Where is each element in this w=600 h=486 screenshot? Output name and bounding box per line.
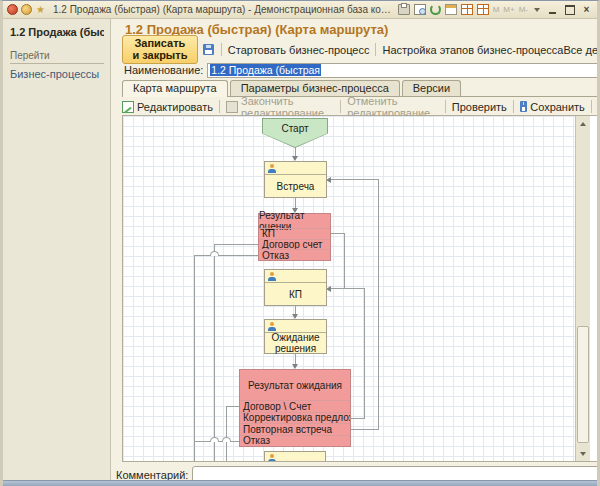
toolbar-overflow-icon[interactable] [534, 8, 540, 12]
edit-toolbar: Редактировать Закончить редактирование О… [122, 97, 600, 114]
triangle-down-icon [580, 452, 586, 456]
memory-plus-icon[interactable]: М+ [503, 5, 514, 14]
table-icon[interactable] [477, 4, 489, 15]
line-hop [222, 437, 231, 442]
tab-route-map[interactable]: Карта маршрута [122, 80, 228, 97]
save-map-icon [520, 101, 527, 112]
flow-node-wait-result[interactable]: Результат ожидания Договор \ Счет Коррек… [239, 369, 351, 447]
finish-edit-icon [226, 101, 238, 113]
main-panel: 1.2 Продажа (быстрая) (Карта маршрута) З… [111, 19, 600, 481]
toolbar-separator [591, 100, 592, 113]
memory-icon[interactable]: М [493, 5, 500, 14]
connector-line [331, 233, 345, 234]
refresh-icon[interactable] [430, 4, 441, 15]
scrollbar-thumb[interactable] [577, 326, 589, 443]
connector-line [226, 406, 240, 407]
memory-minus-icon[interactable]: М- [519, 5, 528, 14]
route-map-canvas[interactable]: Старт Встреча Результат оценки КП Догово… [123, 116, 575, 461]
person-icon [268, 454, 276, 461]
connector-line [295, 306, 296, 314]
all-actions-button[interactable]: Все действия [564, 44, 600, 56]
connector-line [331, 288, 365, 289]
flow-branch-repeat-meeting[interactable]: Повторная встреча [240, 423, 350, 435]
flow-branch-adjust-offer[interactable]: Корректировка предложения [240, 412, 350, 424]
main-toolbar: Записать и закрыть Стартовать бизнес-про… [122, 39, 600, 60]
person-icon [268, 164, 276, 173]
toolbar-separator [445, 100, 446, 113]
connector-line [194, 255, 258, 256]
flow-branch-refusal-2[interactable]: Отказ [240, 435, 350, 447]
person-icon [268, 322, 276, 331]
favorites-star-icon[interactable]: ★ [36, 4, 45, 15]
save-button[interactable] [202, 42, 215, 57]
name-input-selected-text: 1.2 Продажа (быстрая [210, 64, 321, 76]
name-field-label: Наименование: [124, 64, 203, 76]
connector-line [331, 179, 379, 180]
print-icon[interactable] [398, 4, 410, 15]
window-title: 1.2 Продажа (быстрая) (Карта маршрута) -… [53, 4, 394, 15]
app-window: ★ 1.2 Продажа (быстрая) (Карта маршрута)… [0, 0, 600, 486]
calendar-icon[interactable] [445, 4, 457, 15]
connector-line [378, 179, 379, 430]
sidebar: 1.2 Продажа (быстра... Перейти Бизнес-пр… [3, 19, 111, 481]
toolbar-separator [219, 100, 220, 113]
route-map-panel: Старт Встреча Результат оценки КП Догово… [122, 115, 600, 462]
finish-edit-button[interactable]: Закончить редактирование [241, 95, 334, 119]
triangle-up-icon [580, 122, 586, 126]
edit-icon [122, 101, 134, 113]
toolbar-separator [375, 43, 376, 56]
flow-node-clipped[interactable] [264, 451, 326, 461]
toolbar-separator [221, 43, 222, 56]
flow-node-kp[interactable]: КП [264, 269, 327, 306]
floppy-icon [203, 44, 214, 55]
flow-node-eval-result-title: Результат оценки [259, 214, 330, 228]
flow-branch-contract[interactable]: Договор \ Счет [240, 400, 350, 412]
start-process-button[interactable]: Стартовать бизнес-процесс [228, 44, 370, 56]
name-input[interactable]: 1.2 Продажа (быстрая [207, 63, 600, 78]
app-settings-icon[interactable] [21, 4, 32, 15]
flow-node-eval-result[interactable]: Результат оценки КП Договор счет Отказ [258, 213, 331, 261]
flow-branch-refusal[interactable]: Отказ [259, 249, 330, 260]
save-map-button[interactable]: Сохранить [530, 101, 585, 113]
flow-branch-kp[interactable]: КП [259, 228, 330, 239]
flow-node-wait-result-title: Результат ожидания [240, 370, 350, 400]
flow-node-start[interactable]: Старт [262, 118, 328, 148]
connector-line [194, 255, 195, 461]
toolbar-separator [340, 100, 341, 113]
connector-line [295, 354, 296, 364]
toolbar-separator [513, 100, 514, 113]
connector-line [364, 288, 365, 418]
minimize-button[interactable] [546, 4, 559, 16]
app-menu-icon[interactable] [7, 4, 18, 15]
flow-node-meeting-label: Встреча [265, 175, 326, 197]
check-button[interactable]: Проверить [452, 101, 507, 113]
calculator-icon[interactable] [461, 4, 473, 15]
person-icon [268, 272, 276, 281]
connector-line [344, 233, 345, 288]
maximize-button[interactable] [563, 4, 576, 16]
edit-button[interactable]: Редактировать [137, 101, 213, 113]
print-preview-icon[interactable] [414, 4, 426, 15]
scroll-down-button[interactable] [577, 447, 589, 460]
close-button[interactable]: × [580, 4, 593, 16]
connector-line [226, 406, 227, 461]
sidebar-link-business-processes[interactable]: Бизнес-процессы [10, 68, 104, 80]
scroll-up-button[interactable] [577, 117, 589, 130]
save-and-close-button[interactable]: Записать и закрыть [122, 35, 198, 64]
stage-settings-button[interactable]: Настройка этапов бизнес-процесса [382, 44, 563, 56]
flow-branch-contract-invoice[interactable]: Договор счет [259, 239, 330, 250]
connector-line [351, 429, 379, 430]
line-hop [210, 251, 219, 256]
vertical-scrollbar[interactable] [575, 116, 590, 461]
window-bottom-edge [3, 480, 597, 486]
titlebar: ★ 1.2 Продажа (быстрая) (Карта маршрута)… [3, 1, 597, 19]
comment-label: Комментарий: [116, 469, 188, 481]
connector-line [214, 244, 215, 461]
sidebar-section-goto: Перейти [10, 50, 104, 64]
line-hop [210, 437, 219, 442]
flow-node-waiting[interactable]: Ожидание решения [264, 319, 327, 354]
flow-node-start-label: Старт [263, 119, 327, 147]
flow-node-kp-label: КП [265, 283, 326, 305]
cancel-edit-button[interactable]: Отменить редактирование [347, 95, 439, 119]
flow-node-meeting[interactable]: Встреча [264, 161, 327, 198]
